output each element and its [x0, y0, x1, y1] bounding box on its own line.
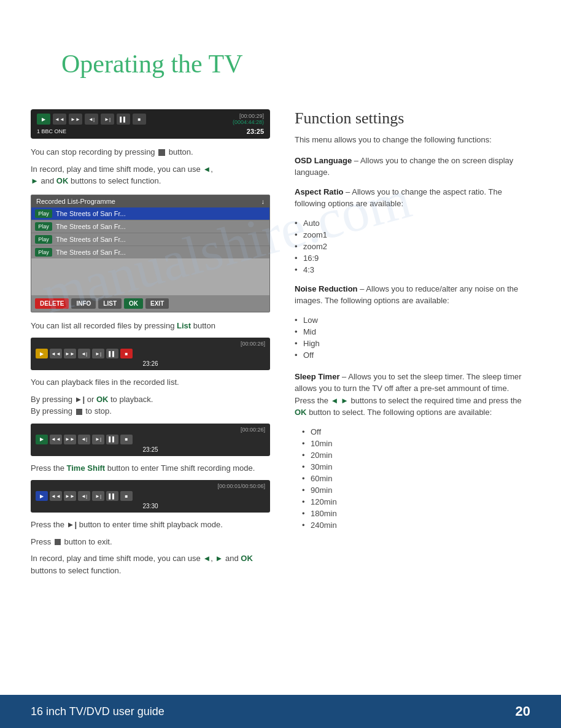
- list-item[interactable]: Play The Streets of San Fr...: [31, 233, 269, 246]
- sleep-label: Sleep Timer: [295, 372, 339, 381]
- pb3-rewind[interactable]: ◄◄: [50, 435, 62, 444]
- list-item: Off: [302, 426, 530, 438]
- delete-button[interactable]: DELETE: [35, 298, 69, 309]
- time-shift-label: Time Shift: [67, 463, 106, 473]
- list-item: 180min: [302, 508, 530, 519]
- pb-prev[interactable]: ◄|: [78, 349, 90, 358]
- main-content: ▶ ◄◄ ►► ◄| ►| ▌▌ ■ [00:00:29] (0004:44:2…: [0, 109, 561, 581]
- item-title: The Streets of San Fr...: [56, 236, 266, 243]
- pb4-next[interactable]: ►|: [92, 491, 104, 501]
- right-column: Function settings This menu allows you t…: [295, 109, 530, 581]
- tv-bar-top: ▶ ◄◄ ►► ◄| ►| ▌▌ ■ [00:00:29] (0004:44:2…: [37, 113, 264, 125]
- noise-options-list: Low Mid High Off: [295, 314, 530, 361]
- pause-button[interactable]: ▌▌: [117, 114, 130, 125]
- list-item[interactable]: Play The Streets of San Fr...: [31, 246, 269, 258]
- stop-button[interactable]: ■: [133, 114, 146, 125]
- list-item: 30min: [302, 461, 530, 473]
- exit-button[interactable]: EXIT: [145, 298, 169, 309]
- pb-stop[interactable]: ■: [120, 349, 133, 358]
- stop-icon-2: [76, 409, 82, 415]
- playback-bar-4: [00:00:01/00:50:06] ▶ ◄◄ ►► ◄| ►| ▌▌ ■ 2…: [31, 480, 270, 513]
- sleep-options-list: Off 10min 20min 30min 60min 90min 120min…: [302, 426, 530, 531]
- next-button[interactable]: ►|: [101, 114, 114, 125]
- pb4-play[interactable]: ▶: [36, 491, 48, 501]
- list-item: 4:3: [295, 264, 530, 276]
- pb-forward[interactable]: ►►: [64, 349, 76, 358]
- list-item: 10min: [302, 438, 530, 449]
- elapsed-time: [00:00:29] (0004:44:28): [233, 113, 264, 125]
- tv-controls: ▶ ◄◄ ►► ◄| ►| ▌▌ ■: [37, 114, 146, 125]
- function-intro: This menu allows you to change the follo…: [295, 134, 530, 146]
- pb3-prev[interactable]: ◄|: [78, 435, 90, 444]
- pb3-controls: ▶ ◄◄ ►► ◄| ►| ▌▌ ■: [36, 435, 265, 444]
- aspect-label: Aspect Ratio: [295, 187, 343, 196]
- pb4-forward[interactable]: ►►: [64, 491, 76, 501]
- list-item: Auto: [295, 217, 530, 229]
- pb4-clock: 23:30: [36, 503, 265, 509]
- ok-button[interactable]: OK: [124, 298, 143, 309]
- timeshift-text-1: Press the Time Shift button to enter Tim…: [31, 462, 270, 474]
- list-label: List: [177, 321, 191, 330]
- recorded-list-footer: DELETE INFO LIST OK EXIT: [31, 295, 269, 312]
- list-item[interactable]: Play The Streets of San Fr...: [31, 207, 269, 220]
- noise-reduction-item: Noise Reduction – Allows you to reduce/a…: [295, 283, 530, 307]
- tv-clock: 23:25: [247, 128, 264, 135]
- pb3-clock: 23:25: [36, 446, 265, 453]
- sleep-right-arrow: ►: [341, 396, 349, 405]
- pb-play[interactable]: ▶: [36, 349, 48, 358]
- sleep-timer-item: Sleep Timer – Allows you to set the slee…: [295, 371, 530, 419]
- list-item: 240min: [302, 519, 530, 531]
- ok-label-2: OK: [96, 395, 109, 404]
- pb3-next[interactable]: ►|: [92, 435, 104, 444]
- pb4-pause[interactable]: ▌▌: [106, 491, 118, 501]
- sleep-left-arrow: ◄: [331, 396, 339, 405]
- list-item[interactable]: Play The Streets of San Fr...: [31, 220, 269, 233]
- pb4-rewind[interactable]: ◄◄: [50, 491, 62, 501]
- play-badge: Play: [35, 209, 52, 218]
- pb3-stop[interactable]: ■: [120, 435, 133, 444]
- prev-button[interactable]: ◄|: [85, 114, 98, 125]
- pb4-top: [00:00:01/00:50:06]: [36, 483, 265, 489]
- pb3-pause[interactable]: ▌▌: [106, 435, 118, 444]
- osd-label: OSD Language: [295, 156, 352, 165]
- pb4-controls: ▶ ◄◄ ►► ◄| ►| ▌▌ ■: [36, 491, 265, 501]
- timeshift-text-2: Press the ►| button to enter time shift …: [31, 519, 270, 531]
- sleep-ok: OK: [295, 408, 307, 417]
- timeshift-text-4: In record, play and time shift mode, you…: [31, 552, 270, 576]
- rewind-button[interactable]: ◄◄: [53, 114, 66, 125]
- playback-bar-3: [00:00:26] ▶ ◄◄ ►► ◄| ►| ▌▌ ■ 23:25: [31, 424, 270, 456]
- playback-text-1: You can playback files in the recorded l…: [31, 376, 270, 389]
- channel-info: 1 BBC ONE: [37, 128, 66, 134]
- right-arrow-2: ►: [215, 554, 223, 563]
- pb-next[interactable]: ►|: [92, 349, 104, 358]
- left-arrow-icon: ◄: [203, 165, 211, 174]
- info-button[interactable]: INFO: [71, 298, 96, 309]
- pb4-prev[interactable]: ◄|: [78, 491, 90, 501]
- list-item: High: [295, 338, 530, 349]
- pb2-clock: 23:26: [36, 360, 265, 367]
- list-item: 90min: [302, 484, 530, 496]
- noise-label: Noise Reduction: [295, 284, 358, 293]
- play-badge: Play: [35, 222, 52, 231]
- list-item: 20min: [302, 449, 530, 461]
- pb-rewind[interactable]: ◄◄: [50, 349, 62, 358]
- page-number: 20: [516, 703, 530, 719]
- list-button[interactable]: LIST: [98, 298, 122, 309]
- pb4-stop[interactable]: ■: [120, 491, 133, 501]
- play-button[interactable]: ▶: [37, 114, 50, 125]
- list-item: Off: [295, 349, 530, 361]
- ok-label: OK: [56, 176, 69, 185]
- list-item: zoom2: [295, 241, 530, 252]
- forward-button[interactable]: ►►: [69, 114, 82, 125]
- pb2-top: [00:00:26]: [36, 341, 265, 347]
- pb-pause[interactable]: ▌▌: [106, 349, 118, 358]
- pb3-forward[interactable]: ►►: [64, 435, 76, 444]
- stop-icon: [158, 149, 165, 156]
- next-icon: ►|: [75, 395, 85, 404]
- function-settings-title: Function settings: [295, 109, 530, 128]
- item-title: The Streets of San Fr...: [56, 210, 266, 217]
- mode-text: In record, play and time shift mode, you…: [31, 163, 270, 187]
- pb3-play[interactable]: ▶: [36, 435, 48, 444]
- osd-language-item: OSD Language – Allows you to change the …: [295, 155, 530, 179]
- play-badge: Play: [35, 235, 52, 244]
